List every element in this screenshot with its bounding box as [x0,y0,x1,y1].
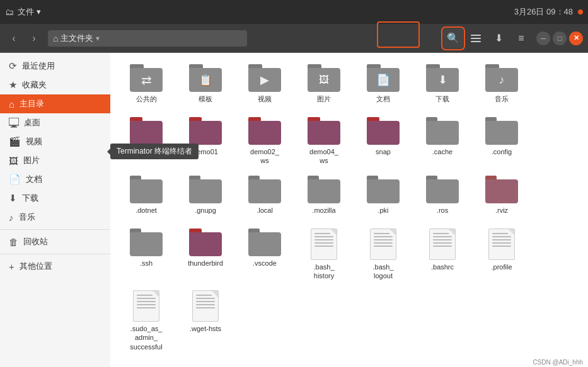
file-item-bash-logout[interactable]: .bash_logout [355,225,412,285]
folder-icon-thunderbird [189,229,222,256]
file-item-sudo[interactable]: .sudo_as_admin_successful [118,286,175,355]
file-item-cache[interactable]: .cache [414,113,471,169]
list-view-button[interactable] [466,28,486,48]
file-item-pictures-folder[interactable]: 🖼 图片 [296,60,352,111]
file-item-videos-folder[interactable]: ▶ 视频 [236,60,293,111]
sidebar-item-bookmarks[interactable]: ★ 收藏夹 [0,76,110,94]
search-button[interactable]: 🔍 [443,28,463,48]
file-item-ros[interactable]: .ros [414,172,471,222]
file-label-documents: 文档 [376,94,390,103]
doc-icon-bash-history [311,229,337,260]
file-label-ros: .ros [437,206,448,215]
forward-button[interactable]: › [25,30,43,47]
main-layout: ⟳ 最近使用 ★ 收藏夹 ⌂ 主目录 桌面 🎬 视频 🖼 图片 📄 文档 ⬇ [0,53,588,367]
file-label-dotnet: .dotnet [135,206,157,215]
file-item-profile[interactable]: .profile [473,225,530,285]
file-label-rviz: .rviz [495,206,508,215]
file-item-templates[interactable]: 📋 模板 [177,60,234,111]
desktop-nav-icon [9,118,19,128]
titlebar: 🗂 文件 ▾ 3月26日 09：48 [0,0,588,24]
app-name[interactable]: 文件 ▾ [18,6,41,18]
folder-icon-ssh [130,229,163,256]
file-item-public[interactable]: ⇄ 公共的 [118,60,175,111]
folder-icon-videos: ▶ [248,64,281,92]
maximize-button[interactable]: □ [553,31,567,45]
file-item-demo02[interactable]: demo02_ws [236,113,293,169]
music-nav-icon: ♪ [9,212,14,223]
folder-icon-demo02 [248,117,281,145]
minimize-button[interactable]: ─ [536,31,550,45]
file-item-mozilla[interactable]: .mozilla [296,172,352,222]
file-item-snap[interactable]: snap [355,113,412,169]
bookmark-icon: ★ [9,79,17,91]
folder-icon-downloads: ⬇ [426,64,459,92]
sidebar-separator [0,229,110,230]
file-item-thunderbird[interactable]: thunderbird [177,225,234,285]
sidebar-item-other[interactable]: + 其他位置 [0,257,110,276]
sidebar-item-music[interactable]: ♪ 音乐 [0,208,110,227]
window-controls: ─ □ ✕ [536,31,583,45]
sidebar-item-trash[interactable]: 🗑 回收站 [0,232,110,251]
sort-down-button[interactable]: ⬇ [488,28,509,48]
folder-icon-mozilla [308,176,340,203]
file-item-demo04[interactable]: demo04_ws [296,113,352,169]
file-item-pki[interactable]: .pki [355,172,412,222]
file-item-desktop-folder[interactable]: 桌面 [118,113,175,169]
file-item-rviz[interactable]: .rviz [473,172,530,222]
menu-button[interactable]: ≡ [511,28,531,48]
file-item-vscode[interactable]: .vscode [236,225,293,285]
file-label-profile: .profile [491,263,512,271]
file-label-downloads: 下载 [435,94,449,103]
videos-nav-icon: 🎬 [9,136,21,147]
file-item-bash-history[interactable]: .bash_history [296,225,352,285]
documents-nav-icon: 📄 [9,174,21,185]
folder-icon-config [485,117,518,145]
file-item-demo01[interactable]: demo01 [177,113,234,169]
sidebar-item-videos[interactable]: 🎬 视频 [0,132,110,151]
sidebar-item-pictures[interactable]: 🖼 图片 [0,151,110,170]
sidebar-item-downloads[interactable]: ⬇ 下载 [0,189,110,208]
close-button[interactable]: ✕ [569,31,583,45]
file-item-local[interactable]: .local [236,172,293,222]
folder-icon-local [248,176,281,203]
pictures-nav-icon: 🖼 [9,155,18,166]
datetime-label: 3月26日 09：48 [514,6,573,18]
folder-icon-public: ⇄ [130,64,163,92]
doc-icon-profile [488,229,515,260]
folder-icon-gnupg [189,176,222,203]
breadcrumb-text: 主文件夹 [61,33,93,44]
file-label-snap: snap [376,147,391,156]
breadcrumb: ⌂ 主文件夹 ▾ [48,30,247,47]
doc-icon-bashrc [429,229,456,260]
file-item-bashrc[interactable]: .bashrc [414,225,471,285]
file-item-music-folder[interactable]: ♪ 音乐 [473,60,530,111]
file-item-documents-folder[interactable]: 📄 文档 [355,60,412,111]
statusbar: CSDN @ADi_hhh [527,358,588,367]
file-label-config: .config [492,147,512,156]
svg-rect-4 [12,125,16,127]
file-item-wget-hsts[interactable]: .wget-hsts [177,286,234,355]
file-item-downloads-folder[interactable]: ⬇ 下载 [414,60,471,111]
folder-icon-demo01 [189,117,222,145]
file-item-dotnet[interactable]: .dotnet [118,172,175,222]
file-label-sudo: .sudo_as_admin_successful [130,324,162,351]
sidebar-item-documents[interactable]: 📄 文档 [0,170,110,189]
file-label-gnupg: .gnupg [195,206,216,215]
breadcrumb-chevron-icon[interactable]: ▾ [96,34,100,43]
file-label-bashrc: .bashrc [431,263,454,271]
folder-icon-templates: 📋 [189,64,222,92]
sidebar-item-desktop[interactable]: 桌面 [0,113,110,132]
sidebar-item-home[interactable]: ⌂ 主目录 [0,94,110,113]
folder-icon-cache [426,117,459,145]
file-item-gnupg[interactable]: .gnupg [177,172,234,222]
back-button[interactable]: ‹ [5,30,23,47]
doc-icon-bash-logout [370,229,396,260]
statusbar-text: CSDN @ADi_hhh [533,359,583,366]
file-item-config[interactable]: .config [473,113,530,169]
file-label-mozilla: .mozilla [312,206,335,215]
svg-rect-3 [9,118,19,125]
file-item-ssh[interactable]: .ssh [118,225,175,285]
sidebar-item-recent[interactable]: ⟳ 最近使用 [0,57,110,76]
doc-icon-sudo [133,290,159,322]
downloads-nav-icon: ⬇ [9,193,17,204]
